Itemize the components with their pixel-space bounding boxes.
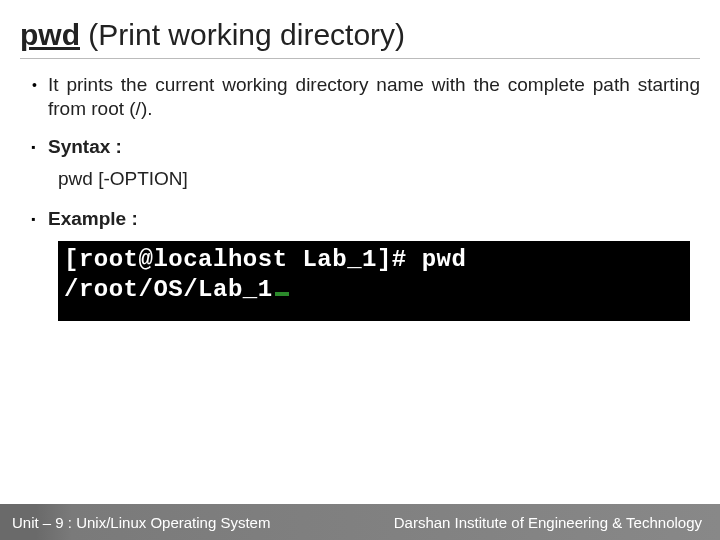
bullet-item-syntax: ▪ Syntax : — [30, 135, 700, 159]
syntax-body: pwd [-OPTION] — [58, 167, 700, 191]
terminal-output: [root@localhost Lab_1]# pwd /root/OS/Lab… — [58, 241, 690, 321]
square-bullet-icon: ▪ — [30, 207, 48, 231]
slide-title: pwd (Print working directory) — [20, 18, 700, 59]
bullet-item-example: ▪ Example : — [30, 207, 700, 231]
title-description: (Print working directory) — [88, 18, 405, 51]
content-area: • It prints the current working director… — [20, 73, 700, 321]
terminal-cursor-icon — [275, 292, 289, 296]
bullet-item-description: • It prints the current working director… — [30, 73, 700, 121]
terminal-line-1: [root@localhost Lab_1]# pwd — [64, 245, 684, 275]
terminal-output-path: /root/OS/Lab_1 — [64, 276, 273, 303]
square-bullet-icon: ▪ — [30, 135, 48, 159]
bullet-icon: • — [30, 73, 48, 97]
slide-container: pwd (Print working directory) • It print… — [0, 0, 720, 540]
footer-left-text: Unit – 9 : Unix/Linux Operating System — [12, 514, 270, 531]
footer-right-text: Darshan Institute of Engineering & Techn… — [394, 514, 702, 531]
syntax-label: Syntax : — [48, 135, 122, 159]
bullet-text: It prints the current working directory … — [48, 73, 700, 121]
example-label: Example : — [48, 207, 138, 231]
footer-bar: Unit – 9 : Unix/Linux Operating System D… — [0, 504, 720, 540]
title-command: pwd — [20, 18, 80, 51]
terminal-line-2: /root/OS/Lab_1 — [64, 275, 684, 305]
